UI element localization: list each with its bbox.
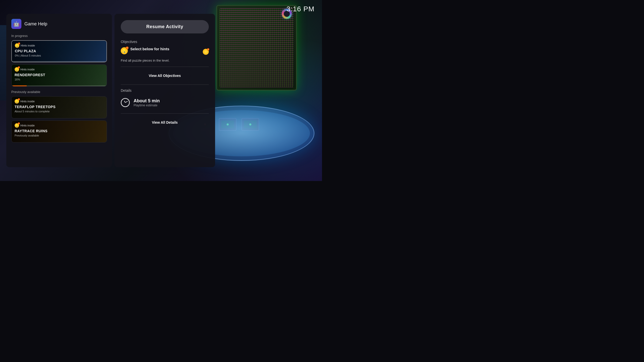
progress-container-cpu — [12, 61, 106, 62]
hints-label-rr: Hints inside — [20, 124, 35, 127]
divider-2 — [121, 84, 209, 85]
panel-icon-emoji: 🤖 — [13, 21, 20, 27]
objective-row: 💡 Select below for hints — [121, 47, 209, 57]
objective-item: 💡 Select below for hints — [121, 47, 200, 54]
clock-minute-hand — [125, 101, 128, 103]
objective-title: Select below for hints — [130, 47, 169, 51]
hint-plus-icon: + — [18, 42, 20, 44]
progress-bar-rf — [12, 85, 27, 86]
panel-header: 🤖 Game Help — [11, 19, 107, 29]
previously-available-label: Previously available — [11, 90, 107, 94]
progress-container-rf — [12, 85, 107, 86]
activity-meta-rf: 16% — [15, 78, 104, 81]
hints-label-tf: Hints inside — [20, 100, 35, 103]
panel-title: Game Help — [24, 21, 47, 27]
card-content-cpu: 💡 + Hints inside CPU PLAZA 0% | About 5 … — [12, 41, 106, 62]
activity-card-raytrace[interactable]: 💡 + Hints inside RAYTRACE RUINS Previous… — [11, 120, 107, 143]
resume-activity-button[interactable]: Resume Activity — [121, 20, 209, 33]
hint-inline-button[interactable] — [203, 49, 209, 55]
divider-1 — [121, 67, 209, 67]
hint-bulb-icon-rf: 💡 + — [15, 67, 19, 72]
hints-label-cpu: Hints inside — [21, 44, 35, 47]
details-section-label: Details — [121, 88, 209, 93]
activity-card-renderforest[interactable]: 💡 + Hints inside RENDERFOREST 16% — [11, 64, 107, 86]
right-panel: Resume Activity Objectives 💡 Select belo… — [114, 14, 215, 167]
hints-badge-rr: 💡 + Hints inside — [15, 123, 104, 128]
hint-plus-icon-tf: + — [18, 98, 20, 100]
divider-3 — [121, 113, 209, 114]
clock-icon — [121, 98, 130, 107]
objective-description: Find all puzzle pieces in the level. — [121, 58, 209, 63]
activity-name-rr: RAYTRACE RUINS — [15, 129, 104, 133]
card-content-tf: 💡 + Hints inside TERAFLOP TREETOPS About… — [12, 97, 107, 118]
hints-label-rf: Hints inside — [20, 68, 35, 71]
time-display: 3:16 PM — [287, 5, 314, 13]
view-all-details-button[interactable]: View All Details — [121, 117, 209, 127]
in-progress-label: In progress — [11, 34, 107, 38]
activity-card-cpu-plaza[interactable]: 💡 + Hints inside CPU PLAZA 0% | About 5 … — [11, 40, 107, 62]
activity-name-cpu: CPU PLAZA — [15, 49, 103, 53]
hint-btn-icon — [203, 49, 209, 55]
activity-meta-rr: Previously available — [15, 134, 104, 137]
obj-hint-icon: 💡 — [121, 47, 128, 54]
hint-bulb-icon: 💡 + — [15, 43, 19, 48]
objectives-section-label: Objectives — [121, 40, 209, 44]
hint-bulb-icon-rr: 💡 + — [15, 123, 19, 128]
playtime-label: Playtime estimate — [134, 104, 160, 107]
activity-name-tf: TERAFLOP TREETOPS — [15, 105, 104, 109]
card-content-rr: 💡 + Hints inside RAYTRACE RUINS Previous… — [12, 121, 107, 142]
playtime-amount: About 5 min — [134, 98, 160, 104]
hint-plus-icon-rf: + — [18, 66, 20, 68]
detail-playtime-item: About 5 min Playtime estimate — [121, 96, 209, 110]
hints-badge-cpu: 💡 + Hints inside — [15, 43, 103, 48]
card-content-rf: 💡 + Hints inside RENDERFOREST 16% — [12, 65, 107, 86]
hint-bulb-icon-tf: 💡 + — [15, 99, 19, 104]
activity-meta-cpu: 0% | About 5 minutes — [15, 54, 103, 57]
hints-badge-tf: 💡 + Hints inside — [15, 99, 104, 104]
panel-icon: 🤖 — [11, 19, 21, 29]
activity-meta-tf: About 5 minutes to complete — [15, 110, 104, 113]
view-all-objectives-button[interactable]: View All Objectives — [121, 71, 209, 81]
hint-plus-icon-rr: + — [18, 122, 20, 124]
playtime-text-block: About 5 min Playtime estimate — [134, 98, 160, 107]
game-help-panel: 🤖 Game Help In progress 💡 + Hints inside… — [6, 14, 112, 167]
objective-text-block: Select below for hints — [130, 47, 169, 51]
activity-card-teraflop[interactable]: 💡 + Hints inside TERAFLOP TREETOPS About… — [11, 96, 107, 118]
hints-badge-rf: 💡 + Hints inside — [15, 67, 104, 72]
activity-name-rf: RENDERFOREST — [15, 73, 104, 77]
